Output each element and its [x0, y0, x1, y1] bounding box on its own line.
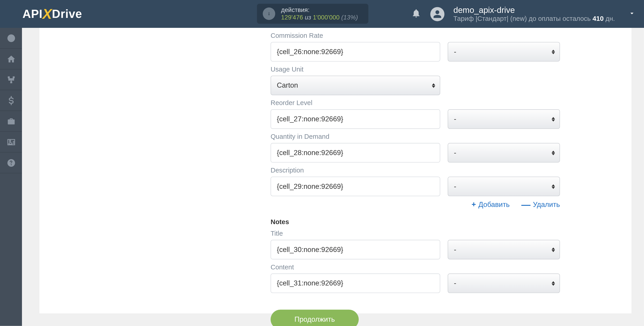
- commission-rate-label: Commission Rate: [270, 32, 615, 40]
- sidebar-item-connections[interactable]: [0, 70, 22, 90]
- form-card: Commission Rate - Usage Unit Carton Reor…: [40, 28, 631, 313]
- row-actions: +Добавить —Удалить: [270, 200, 560, 209]
- user-tariff: Тариф |Стандарт| (new) до оплаты осталос…: [453, 15, 615, 22]
- content-input[interactable]: [270, 274, 440, 293]
- usage-unit-label: Usage Unit: [270, 66, 615, 73]
- sidebar-item-help[interactable]: [0, 152, 22, 174]
- topbar: API X Drive действия: 129'476 из 1'000'0…: [0, 0, 644, 28]
- actions-label: действия:: [281, 6, 358, 14]
- svg-rect-3: [12, 76, 14, 78]
- title-input[interactable]: [270, 240, 440, 259]
- delete-link[interactable]: —Удалить: [522, 200, 560, 209]
- logo-x: X: [42, 6, 52, 22]
- field-usage-unit: Usage Unit Carton: [270, 66, 615, 95]
- user-block[interactable]: demo_apix-drive Тариф |Стандарт| (new) д…: [453, 6, 615, 22]
- qty-demand-aux-select[interactable]: -: [448, 143, 560, 162]
- sidebar-item-home[interactable]: [0, 49, 22, 70]
- notes-heading: Notes: [270, 218, 615, 226]
- commission-rate-aux-select[interactable]: -: [448, 42, 560, 61]
- svg-point-0: [268, 12, 269, 13]
- actions-values: 129'476 из 1'000'000 (13%): [281, 14, 358, 21]
- sidebar-item-briefcase[interactable]: [0, 111, 22, 132]
- reorder-level-aux-select[interactable]: -: [448, 109, 560, 129]
- svg-rect-1: [268, 13, 269, 16]
- field-reorder-level: Reorder Level -: [270, 100, 615, 129]
- field-description: Description -: [270, 166, 615, 196]
- sidebar-item-run[interactable]: [0, 28, 22, 49]
- chevron-down-icon[interactable]: [628, 9, 636, 18]
- avatar-icon[interactable]: [430, 7, 444, 21]
- qty-demand-input[interactable]: [270, 143, 440, 162]
- description-label: Description: [270, 166, 615, 174]
- content-aux-select[interactable]: -: [448, 274, 560, 293]
- reorder-level-input[interactable]: [270, 109, 440, 129]
- content-area: Commission Rate - Usage Unit Carton Reor…: [22, 28, 644, 326]
- reorder-level-label: Reorder Level: [270, 100, 615, 107]
- bell-icon[interactable]: [411, 8, 421, 20]
- field-content: Content -: [270, 264, 615, 293]
- field-qty-demand: Quantity in Demand -: [270, 133, 615, 162]
- title-label: Title: [270, 230, 615, 237]
- svg-rect-2: [8, 76, 10, 78]
- logo-pre: API: [22, 7, 42, 20]
- logo-post: Drive: [52, 7, 82, 20]
- actions-counter[interactable]: действия: 129'476 из 1'000'000 (13%): [257, 4, 368, 24]
- title-aux-select[interactable]: -: [448, 240, 560, 259]
- sidebar-item-billing[interactable]: [0, 90, 22, 111]
- content-label: Content: [270, 264, 615, 271]
- add-link[interactable]: +Добавить: [472, 200, 510, 209]
- usage-unit-select[interactable]: Carton: [270, 76, 440, 95]
- logo[interactable]: API X Drive: [22, 6, 82, 22]
- plus-icon: +: [472, 200, 476, 209]
- description-aux-select[interactable]: -: [448, 176, 560, 196]
- field-title: Title -: [270, 230, 615, 259]
- commission-rate-input[interactable]: [270, 42, 440, 61]
- info-icon: [263, 8, 275, 20]
- description-input[interactable]: [270, 176, 440, 196]
- qty-demand-label: Quantity in Demand: [270, 133, 615, 140]
- sidebar-item-contacts[interactable]: [0, 132, 22, 152]
- svg-rect-4: [10, 81, 12, 83]
- sidebar: [0, 28, 22, 326]
- header-right: demo_apix-drive Тариф |Стандарт| (new) д…: [411, 6, 636, 22]
- continue-button[interactable]: Продолжить: [270, 310, 359, 326]
- field-commission-rate: Commission Rate -: [270, 32, 615, 61]
- user-name: demo_apix-drive: [453, 6, 615, 15]
